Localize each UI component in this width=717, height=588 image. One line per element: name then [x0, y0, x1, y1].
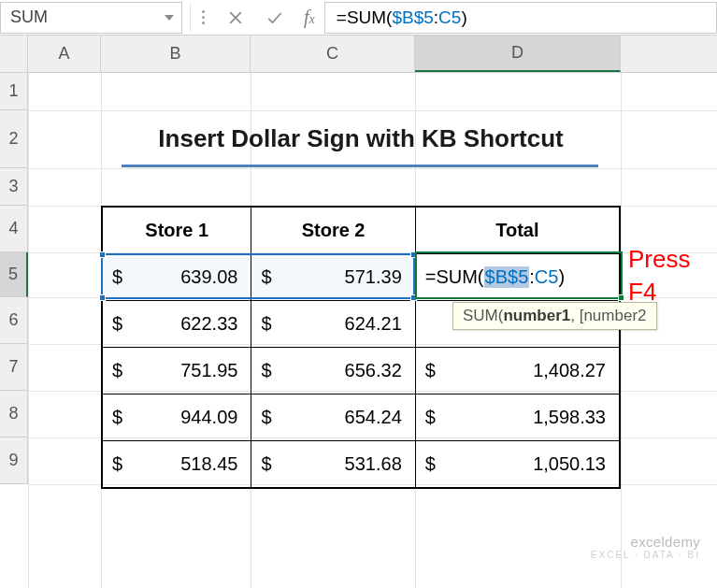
- fill-handle-icon[interactable]: [618, 294, 624, 301]
- cell-b6[interactable]: $622.33: [103, 301, 251, 347]
- cell-b9[interactable]: $518.45: [103, 441, 251, 487]
- cell-c7[interactable]: $656.32: [251, 348, 415, 394]
- row-header-5[interactable]: 5: [0, 252, 28, 297]
- formula-suffix: ): [461, 7, 466, 28]
- cell-area[interactable]: Insert Dollar Sign with KB Shortcut Stor…: [28, 73, 717, 588]
- gridline: [28, 168, 717, 169]
- separator: [190, 4, 191, 32]
- range-selection: [101, 253, 415, 299]
- fx-icon[interactable]: fx: [304, 7, 315, 28]
- select-all-corner[interactable]: [0, 36, 28, 73]
- page-title: Insert Dollar Sign with KB Shortcut: [101, 110, 621, 166]
- formula-ref2: C5: [438, 7, 461, 28]
- dropdown-icon[interactable]: [165, 15, 174, 21]
- cell-b7[interactable]: $751.95: [103, 348, 251, 394]
- header-store1[interactable]: Store 1: [103, 208, 251, 253]
- cell-b8[interactable]: $944.09: [103, 394, 251, 440]
- row-header-3[interactable]: 3: [0, 168, 28, 206]
- cancel-icon[interactable]: [222, 8, 250, 27]
- row-header-7[interactable]: 7: [0, 344, 28, 391]
- header-store2[interactable]: Store 2: [251, 208, 415, 253]
- header-total[interactable]: Total: [416, 208, 619, 253]
- formula-bar: SUM fx =SUM($B$5:C5): [0, 0, 717, 36]
- row-header-8[interactable]: 8: [0, 391, 28, 437]
- row-header-1[interactable]: 1: [0, 73, 28, 110]
- title-underline: [122, 165, 598, 167]
- worksheet: A B C D 1 2 3 4 5 6 7 8 9 Insert Dollar …: [0, 36, 717, 588]
- formula-ref1: $B$5: [392, 7, 433, 28]
- cell-c6[interactable]: $624.21: [251, 301, 415, 347]
- range-handle-icon[interactable]: [99, 294, 106, 301]
- annotation-press-f4: Press F4: [628, 243, 690, 308]
- row-header-6[interactable]: 6: [0, 297, 28, 344]
- column-headers: A B C D: [28, 36, 717, 73]
- column-header-d[interactable]: D: [415, 36, 621, 72]
- cell-d7[interactable]: $1,408.27: [416, 348, 619, 394]
- name-box[interactable]: SUM: [0, 2, 182, 34]
- column-header-a[interactable]: A: [28, 36, 101, 72]
- row-headers: 1 2 3 4 5 6 7 8 9: [0, 73, 28, 484]
- cell-d9[interactable]: $1,050.13: [416, 441, 619, 487]
- enter-icon[interactable]: [261, 8, 289, 27]
- formula-prefix: =SUM(: [337, 7, 393, 28]
- range-handle-icon[interactable]: [99, 251, 106, 258]
- name-box-value: SUM: [10, 7, 48, 27]
- column-header-b[interactable]: B: [101, 36, 251, 72]
- formula-input[interactable]: =SUM($B$5:C5): [324, 2, 717, 34]
- cell-c8[interactable]: $654.24: [251, 394, 415, 440]
- cell-c9[interactable]: $531.68: [251, 441, 415, 487]
- row-header-2[interactable]: 2: [0, 110, 28, 168]
- watermark: exceldemy EXCEL · DATA · BI: [591, 534, 700, 560]
- active-cell-border: [415, 251, 623, 299]
- row-header-4[interactable]: 4: [0, 206, 28, 252]
- data-table: Store 1 Store 2 Total $639.08 $571.39 =S…: [101, 206, 621, 489]
- gridline: [621, 73, 622, 588]
- row-header-9[interactable]: 9: [0, 437, 28, 484]
- more-icon[interactable]: [202, 10, 205, 24]
- function-tooltip: SUM(number1, [number2: [452, 302, 657, 330]
- column-header-c[interactable]: C: [251, 36, 415, 72]
- cell-d8[interactable]: $1,598.33: [416, 394, 619, 440]
